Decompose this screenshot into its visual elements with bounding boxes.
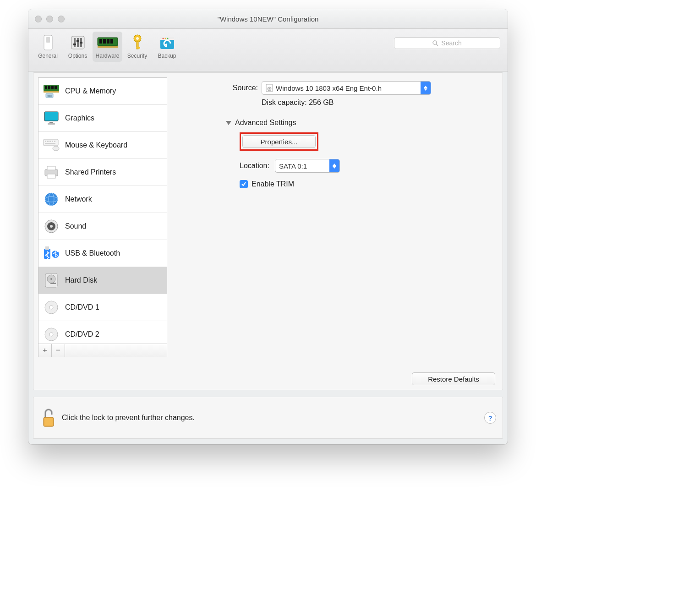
svg-rect-8 — [80, 42, 82, 44]
svg-point-24 — [433, 41, 437, 44]
sidebar-item-shared-printers[interactable]: Shared Printers — [38, 159, 167, 186]
toolbar-options[interactable]: Options — [63, 32, 93, 62]
dropdown-arrow-icon — [329, 159, 339, 172]
advanced-settings-label: Advanced Settings — [235, 119, 296, 127]
sidebar-item-label: USB & Bluetooth — [65, 249, 120, 257]
sidebar-item-mouse-keyboard[interactable]: Mouse & Keyboard — [38, 132, 167, 159]
svg-rect-48 — [47, 174, 55, 178]
enable-trim-checkbox[interactable] — [240, 180, 248, 188]
sidebar-item-label: Shared Printers — [65, 168, 116, 176]
svg-rect-38 — [44, 139, 58, 146]
svg-rect-47 — [47, 166, 55, 170]
annotation-highlight: Properties... — [240, 132, 318, 151]
sidebar-item-sound[interactable]: Sound — [38, 213, 167, 240]
hardware-sidebar: cpu CPU & Memory Graphics Mouse & Keyboa… — [38, 77, 167, 357]
properties-button-label: Properties... — [261, 138, 298, 146]
toolbar-security[interactable]: Security — [122, 32, 152, 62]
sidebar-item-cddvd-1[interactable]: CD/DVD 1 — [38, 294, 167, 321]
sidebar-item-usb-bluetooth[interactable]: USB & Bluetooth — [38, 240, 167, 267]
window-title: "Windows 10NEW" Configuration — [218, 15, 319, 23]
dropdown-arrow-icon — [421, 82, 431, 94]
source-label: Source: — [180, 84, 262, 92]
svg-rect-11 — [103, 39, 106, 44]
sidebar-item-label: Mouse & Keyboard — [65, 141, 127, 149]
footer-bar: Click the lock to prevent further change… — [33, 397, 503, 439]
usb-bluetooth-icon — [43, 245, 60, 262]
disclosure-triangle-icon — [226, 121, 231, 125]
switch-icon — [33, 33, 63, 53]
lock-icon[interactable] — [41, 407, 56, 428]
svg-point-60 — [50, 278, 52, 280]
svg-text:cpu: cpu — [47, 94, 52, 97]
toolbar-label: Hardware — [93, 53, 122, 62]
sidebar-item-label: CD/DVD 2 — [65, 330, 99, 339]
location-value: SATA 0:1 — [279, 162, 329, 170]
location-label: Location: — [240, 162, 269, 170]
globe-icon — [43, 191, 60, 208]
svg-point-21 — [162, 38, 164, 39]
window-controls — [35, 16, 65, 22]
key-icon — [122, 33, 152, 53]
search-placeholder: Search — [441, 39, 461, 47]
source-select[interactable]: Windows 10 1803 x64 Eng Ent-0.h — [262, 81, 431, 95]
svg-rect-27 — [45, 86, 47, 89]
hard-disk-icon — [43, 272, 60, 289]
svg-rect-29 — [51, 86, 54, 89]
svg-rect-10 — [99, 39, 102, 44]
toolbar-hardware[interactable]: Hardware — [93, 32, 122, 62]
disc-icon — [43, 299, 60, 316]
toolbar-label: General — [33, 53, 63, 62]
svg-rect-61 — [50, 283, 56, 284]
help-button[interactable]: ? — [484, 412, 496, 424]
restore-defaults-button[interactable]: Restore Defaults — [412, 372, 495, 385]
source-value: Windows 10 1803 x64 Eng Ent-0.h — [276, 84, 421, 92]
advanced-settings-disclosure[interactable]: Advanced Settings — [226, 119, 495, 127]
restore-defaults-label: Restore Defaults — [428, 375, 479, 383]
sidebar-list: cpu CPU & Memory Graphics Mouse & Keyboa… — [38, 78, 167, 344]
svg-point-65 — [49, 333, 53, 336]
location-select[interactable]: SATA 0:1 — [275, 159, 340, 173]
svg-rect-56 — [45, 246, 49, 250]
toolbar-backup[interactable]: Backup — [152, 32, 182, 62]
svg-rect-37 — [48, 123, 55, 125]
remove-device-button[interactable]: − — [52, 344, 65, 357]
disk-capacity-text: Disk capacity: 256 GB — [262, 98, 495, 107]
search-field[interactable]: Search — [394, 37, 500, 49]
detail-pane: Source: Windows 10 1803 x64 Eng Ent-0.h … — [180, 81, 495, 385]
toolbar-general[interactable]: General — [33, 32, 63, 62]
toolbar: General Options Hardware Security Backup — [28, 29, 508, 71]
sidebar-item-network[interactable]: Network — [38, 186, 167, 213]
titlebar: "Windows 10NEW" Configuration — [28, 9, 508, 29]
svg-point-63 — [49, 306, 53, 309]
svg-rect-39 — [45, 141, 46, 142]
zoom-window-button[interactable] — [58, 16, 65, 22]
minimize-window-button[interactable] — [46, 16, 53, 22]
properties-button[interactable]: Properties... — [242, 135, 316, 148]
toolbar-label: Security — [122, 53, 152, 62]
svg-point-49 — [45, 193, 58, 206]
sidebar-item-label: Graphics — [65, 114, 94, 122]
content-pane: cpu CPU & Memory Graphics Mouse & Keyboa… — [33, 72, 503, 390]
svg-rect-70 — [44, 418, 53, 426]
keyboard-mouse-icon — [43, 137, 60, 153]
svg-rect-14 — [98, 46, 118, 48]
disk-file-icon — [266, 84, 273, 92]
sidebar-item-hard-disk[interactable]: Hard Disk — [38, 267, 167, 294]
svg-rect-7 — [77, 40, 79, 42]
svg-line-25 — [436, 44, 438, 46]
svg-point-68 — [269, 88, 270, 89]
sidebar-item-cpu-memory[interactable]: cpu CPU & Memory — [38, 78, 167, 105]
close-window-button[interactable] — [35, 16, 42, 22]
svg-point-23 — [167, 38, 168, 39]
sidebar-footer: + − — [38, 344, 167, 357]
svg-point-22 — [164, 38, 166, 39]
printer-icon — [43, 164, 60, 180]
sidebar-item-graphics[interactable]: Graphics — [38, 105, 167, 132]
sidebar-item-cddvd-2[interactable]: CD/DVD 2 — [38, 321, 167, 344]
lock-message: Click the lock to prevent further change… — [62, 414, 195, 422]
svg-rect-40 — [47, 141, 49, 142]
restore-defaults-container: Restore Defaults — [412, 372, 495, 385]
add-device-button[interactable]: + — [38, 344, 52, 357]
svg-rect-4 — [77, 38, 79, 47]
search-icon — [432, 40, 438, 46]
